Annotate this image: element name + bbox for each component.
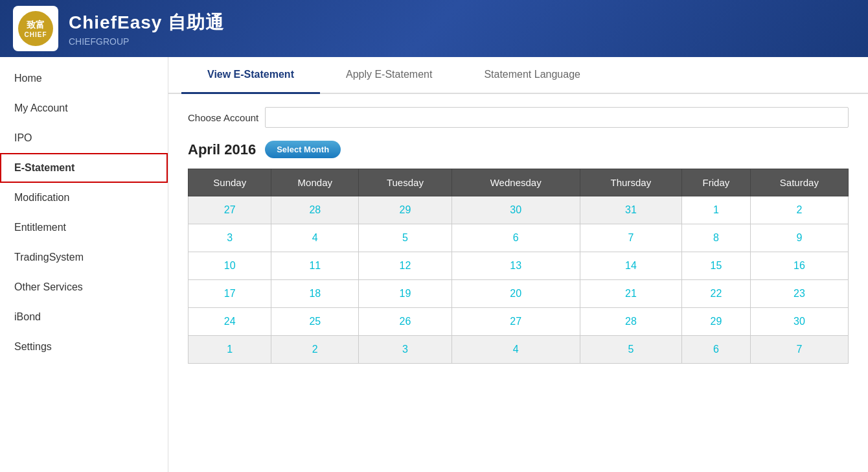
- calendar-cell[interactable]: 22: [682, 280, 751, 308]
- calendar-cell[interactable]: 10: [188, 252, 271, 280]
- calendar-cell[interactable]: 20: [451, 280, 580, 308]
- calendar-day-header-tuesday: Tuesday: [359, 169, 452, 196]
- calendar-cell[interactable]: 1: [682, 196, 751, 224]
- tab-statement-language[interactable]: Statement Language: [458, 57, 606, 94]
- calendar-cell[interactable]: 15: [682, 252, 751, 280]
- calendar-day-header-monday: Monday: [271, 169, 359, 196]
- calendar-cell[interactable]: 26: [359, 308, 452, 336]
- calendar-day-header-wednesday: Wednesday: [451, 169, 580, 196]
- calendar-cell[interactable]: 30: [451, 196, 580, 224]
- calendar-cell[interactable]: 5: [359, 224, 452, 252]
- sidebar-item-home[interactable]: Home: [0, 64, 168, 93]
- tabs-bar: View E-StatementApply E-StatementStateme…: [168, 57, 868, 94]
- calendar-cell[interactable]: 3: [188, 224, 271, 252]
- calendar-cell[interactable]: 13: [451, 252, 580, 280]
- main-layout: HomeMy AccountIPOE-StatementModification…: [0, 57, 868, 472]
- tab-apply-e-statement[interactable]: Apply E-Statement: [320, 57, 458, 94]
- sidebar-item-other-services[interactable]: Other Services: [0, 272, 168, 302]
- calendar-cell[interactable]: 4: [451, 336, 580, 364]
- group-name: CHIEFGROUP: [69, 36, 224, 47]
- calendar-cell[interactable]: 7: [750, 336, 848, 364]
- choose-account-input[interactable]: [265, 107, 849, 128]
- calendar-cell[interactable]: 19: [359, 280, 452, 308]
- calendar-cell[interactable]: 11: [271, 252, 359, 280]
- calendar-cell[interactable]: 29: [682, 308, 751, 336]
- calendar-cell[interactable]: 30: [750, 308, 848, 336]
- calendar-cell[interactable]: 6: [682, 336, 751, 364]
- calendar-cell[interactable]: 1: [188, 336, 271, 364]
- sidebar: HomeMy AccountIPOE-StatementModification…: [0, 57, 168, 472]
- sidebar-item-modification[interactable]: Modification: [0, 183, 168, 213]
- content: View E-StatementApply E-StatementStateme…: [168, 57, 868, 472]
- calendar-table: SundayMondayTuesdayWednesdayThursdayFrid…: [188, 169, 849, 364]
- calendar-header-row: SundayMondayTuesdayWednesdayThursdayFrid…: [188, 169, 849, 196]
- calendar-month-title: April 2016: [188, 141, 256, 158]
- calendar-cell[interactable]: 31: [580, 196, 681, 224]
- calendar-week-row-4: 24252627282930: [188, 308, 849, 336]
- choose-account-row: Choose Account: [188, 107, 849, 128]
- calendar-cell[interactable]: 21: [580, 280, 681, 308]
- sidebar-item-e-statement[interactable]: E-Statement: [0, 153, 168, 183]
- calendar-cell[interactable]: 5: [580, 336, 681, 364]
- calendar-thead: SundayMondayTuesdayWednesdayThursdayFrid…: [188, 169, 849, 196]
- app-name: ChiefEasy 自助通: [69, 10, 224, 35]
- calendar-cell[interactable]: 17: [188, 280, 271, 308]
- calendar-cell[interactable]: 4: [271, 224, 359, 252]
- calendar-day-header-thursday: Thursday: [580, 169, 681, 196]
- calendar-cell[interactable]: 28: [580, 308, 681, 336]
- calendar-cell[interactable]: 14: [580, 252, 681, 280]
- logo-inner: 致富 CHIEF: [18, 11, 53, 46]
- sidebar-item-my-account[interactable]: My Account: [0, 93, 168, 123]
- logo-box: 致富 CHIEF: [13, 6, 58, 51]
- calendar-cell[interactable]: 8: [682, 224, 751, 252]
- calendar-cell[interactable]: 2: [750, 196, 848, 224]
- calendar-cell[interactable]: 9: [750, 224, 848, 252]
- calendar-cell[interactable]: 24: [188, 308, 271, 336]
- choose-account-label: Choose Account: [188, 112, 258, 123]
- calendar-cell[interactable]: 7: [580, 224, 681, 252]
- calendar-tbody: 2728293031123456789101112131415161718192…: [188, 196, 849, 364]
- calendar-day-header-saturday: Saturday: [750, 169, 848, 196]
- calendar-cell[interactable]: 27: [188, 196, 271, 224]
- calendar-header: April 2016 Select Month: [188, 141, 849, 158]
- sidebar-item-ibond[interactable]: iBond: [0, 302, 168, 332]
- sidebar-item-ipo[interactable]: IPO: [0, 123, 168, 153]
- calendar-cell[interactable]: 23: [750, 280, 848, 308]
- sidebar-item-settings[interactable]: Settings: [0, 332, 168, 362]
- calendar-cell[interactable]: 29: [359, 196, 452, 224]
- calendar-cell[interactable]: 12: [359, 252, 452, 280]
- sidebar-item-trading-system[interactable]: TradingSystem: [0, 242, 168, 272]
- tab-view-e-statement[interactable]: View E-Statement: [181, 57, 320, 94]
- calendar-week-row-5: 1234567: [188, 336, 849, 364]
- calendar-cell[interactable]: 3: [359, 336, 452, 364]
- sidebar-item-entitlement[interactable]: Entitlement: [0, 213, 168, 242]
- calendar-day-header-sunday: Sunday: [188, 169, 271, 196]
- calendar-cell[interactable]: 28: [271, 196, 359, 224]
- calendar-cell[interactable]: 25: [271, 308, 359, 336]
- calendar-day-header-friday: Friday: [682, 169, 751, 196]
- calendar-cell[interactable]: 2: [271, 336, 359, 364]
- header: 致富 CHIEF ChiefEasy 自助通 CHIEFGROUP: [0, 0, 868, 57]
- calendar-week-row-2: 10111213141516: [188, 252, 849, 280]
- select-month-button[interactable]: Select Month: [265, 141, 341, 158]
- calendar-week-row-3: 17181920212223: [188, 280, 849, 308]
- calendar-cell[interactable]: 6: [451, 224, 580, 252]
- calendar-cell[interactable]: 16: [750, 252, 848, 280]
- header-text: ChiefEasy 自助通 CHIEFGROUP: [69, 10, 224, 47]
- calendar-week-row-1: 3456789: [188, 224, 849, 252]
- calendar-week-row-0: 272829303112: [188, 196, 849, 224]
- content-body: Choose Account April 2016 Select Month S…: [168, 94, 868, 472]
- calendar-cell[interactable]: 18: [271, 280, 359, 308]
- calendar-cell[interactable]: 27: [451, 308, 580, 336]
